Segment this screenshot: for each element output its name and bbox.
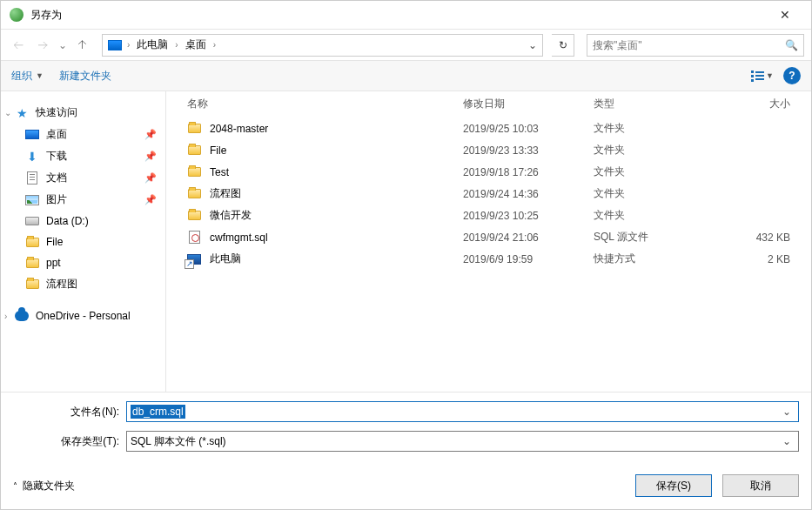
file-date: 2019/9/23 10:25 bbox=[463, 210, 594, 222]
refresh-button[interactable]: ↻ bbox=[552, 34, 574, 57]
table-row[interactable]: Test2019/9/18 17:26文件夹 bbox=[166, 161, 811, 183]
file-type: 文件夹 bbox=[594, 143, 715, 158]
history-dropdown[interactable]: ⌄ bbox=[57, 39, 69, 51]
sidebar-item-label: 桌面 bbox=[46, 127, 67, 142]
file-name: 此电脑 bbox=[210, 252, 241, 266]
hide-folders-toggle[interactable]: ˄ 隐藏文件夹 bbox=[13, 479, 75, 493]
file-list[interactable]: 2048-master2019/9/25 10:03文件夹File2019/9/… bbox=[166, 117, 811, 392]
cloud-icon bbox=[15, 311, 29, 321]
sidebar: ⌄ ★ 快速访问 桌面 📌 ⬇ 下载 📌 文档 📌 图片 📌 Data (D:) bbox=[1, 91, 166, 392]
folder-icon bbox=[26, 258, 39, 268]
file-name: 流程图 bbox=[210, 186, 241, 201]
file-date: 2019/9/24 14:36 bbox=[463, 188, 594, 200]
file-name: Test bbox=[210, 166, 229, 178]
search-input[interactable] bbox=[593, 39, 785, 51]
document-icon bbox=[27, 171, 37, 185]
column-name[interactable]: 名称 bbox=[175, 97, 463, 111]
sidebar-quick-access[interactable]: ⌄ ★ 快速访问 bbox=[1, 102, 165, 124]
hide-folders-label: 隐藏文件夹 bbox=[23, 479, 75, 493]
folder-icon bbox=[26, 279, 39, 289]
file-name: cwfmgmt.sql bbox=[210, 232, 268, 244]
toolbar: 组织 ▼ 新建文件夹 ▼ ? bbox=[1, 60, 811, 91]
file-type: 文件夹 bbox=[594, 121, 715, 136]
table-row[interactable]: 微信开发2019/9/23 10:25文件夹 bbox=[166, 205, 811, 226]
desktop-icon bbox=[25, 130, 39, 139]
table-row[interactable]: cwfmgmt.sql2019/9/24 21:06SQL 源文件432 KB bbox=[166, 226, 811, 248]
file-name: File bbox=[210, 144, 226, 157]
new-folder-button[interactable]: 新建文件夹 bbox=[59, 69, 111, 84]
folder-icon bbox=[26, 238, 39, 247]
breadcrumb-root[interactable]: 此电脑 bbox=[135, 37, 170, 52]
filename-label: 文件名(N): bbox=[13, 405, 126, 419]
search-icon[interactable]: 🔍 bbox=[785, 39, 798, 51]
table-row[interactable]: 流程图2019/9/24 14:36文件夹 bbox=[166, 183, 811, 205]
chevron-down-icon: ▼ bbox=[36, 71, 44, 80]
table-row[interactable]: File2019/9/23 13:33文件夹 bbox=[166, 139, 811, 161]
column-size[interactable]: 大小 bbox=[715, 97, 802, 111]
sidebar-item-file[interactable]: File bbox=[1, 232, 165, 252]
pc-icon bbox=[108, 40, 122, 50]
file-type: 文件夹 bbox=[594, 164, 715, 179]
organize-button[interactable]: 组织 ▼ bbox=[11, 69, 44, 84]
view-options-button[interactable]: ▼ bbox=[750, 69, 775, 83]
column-headers: 名称 修改日期 类型 大小 bbox=[166, 91, 811, 117]
sidebar-item-label: 快速访问 bbox=[36, 105, 77, 120]
sidebar-item-data-drive[interactable]: Data (D:) bbox=[1, 211, 165, 232]
address-dropdown[interactable]: ⌄ bbox=[528, 39, 537, 51]
filetype-field[interactable]: SQL 脚本文件 (*.sql) ⌄ bbox=[126, 431, 799, 452]
folder-icon bbox=[188, 211, 201, 220]
file-name: 微信开发 bbox=[210, 208, 252, 223]
search-box[interactable]: 🔍 bbox=[587, 34, 804, 57]
up-button[interactable]: 🡡 bbox=[72, 35, 93, 56]
save-form: 文件名(N): db_crm.sql ⌄ 保存类型(T): SQL 脚本文件 (… bbox=[1, 392, 811, 460]
back-button[interactable]: 🡠 bbox=[8, 35, 29, 56]
file-area: 名称 修改日期 类型 大小 2048-master2019/9/25 10:03… bbox=[166, 91, 811, 392]
breadcrumb-location[interactable]: 桌面 bbox=[184, 37, 208, 52]
cancel-button[interactable]: 取消 bbox=[722, 474, 799, 497]
filename-field[interactable]: db_crm.sql ⌄ bbox=[126, 401, 799, 422]
table-row[interactable]: 2048-master2019/9/25 10:03文件夹 bbox=[166, 117, 811, 139]
sidebar-item-downloads[interactable]: ⬇ 下载 📌 bbox=[1, 145, 165, 167]
sidebar-item-onedrive[interactable]: › OneDrive - Personal bbox=[1, 305, 165, 326]
file-date: 2019/9/25 10:03 bbox=[463, 123, 594, 135]
new-folder-label: 新建文件夹 bbox=[59, 69, 111, 84]
column-date[interactable]: 修改日期 bbox=[463, 97, 594, 111]
organize-label: 组织 bbox=[11, 69, 32, 84]
sidebar-item-label: OneDrive - Personal bbox=[36, 310, 131, 322]
sidebar-item-pictures[interactable]: 图片 📌 bbox=[1, 189, 165, 211]
file-date: 2019/9/23 13:33 bbox=[463, 144, 594, 157]
download-icon: ⬇ bbox=[25, 150, 39, 164]
save-button[interactable]: 保存(S) bbox=[635, 474, 712, 497]
table-row[interactable]: 此电脑2019/6/9 19:59快捷方式2 KB bbox=[166, 248, 811, 270]
sidebar-item-label: 下载 bbox=[46, 149, 67, 164]
folder-icon bbox=[188, 145, 201, 155]
chevron-up-icon: ˄ bbox=[13, 481, 17, 491]
filetype-row: 保存类型(T): SQL 脚本文件 (*.sql) ⌄ bbox=[13, 431, 799, 452]
filetype-dropdown[interactable]: ⌄ bbox=[779, 435, 795, 447]
filename-dropdown[interactable]: ⌄ bbox=[779, 406, 795, 418]
sql-file-icon bbox=[189, 231, 200, 244]
folder-icon bbox=[188, 189, 201, 198]
chevron-right-icon: › bbox=[175, 40, 178, 50]
file-type: 文件夹 bbox=[594, 186, 715, 201]
sidebar-item-flow[interactable]: 流程图 bbox=[1, 273, 165, 295]
address-bar[interactable]: › 此电脑 › 桌面 › ⌄ bbox=[102, 34, 543, 57]
sidebar-item-documents[interactable]: 文档 📌 bbox=[1, 167, 165, 189]
sidebar-item-label: 文档 bbox=[46, 171, 67, 185]
folder-icon bbox=[188, 167, 201, 177]
sidebar-item-ppt[interactable]: ppt bbox=[1, 252, 165, 273]
title-bar: 另存为 ✕ bbox=[1, 1, 811, 29]
forward-button[interactable]: 🡢 bbox=[32, 35, 53, 56]
file-size: 2 KB bbox=[715, 253, 802, 265]
filename-input[interactable]: db_crm.sql bbox=[131, 405, 185, 419]
sidebar-item-label: 流程图 bbox=[46, 277, 77, 292]
file-date: 2019/9/18 17:26 bbox=[463, 166, 594, 178]
window-title: 另存为 bbox=[30, 8, 768, 23]
chevron-down-icon: ⌄ bbox=[4, 108, 11, 117]
sidebar-item-desktop[interactable]: 桌面 📌 bbox=[1, 124, 165, 145]
help-button[interactable]: ? bbox=[783, 67, 801, 84]
close-button[interactable]: ✕ bbox=[768, 8, 802, 22]
column-type[interactable]: 类型 bbox=[594, 97, 715, 111]
file-name: 2048-master bbox=[210, 123, 268, 135]
filename-row: 文件名(N): db_crm.sql ⌄ bbox=[13, 401, 799, 422]
